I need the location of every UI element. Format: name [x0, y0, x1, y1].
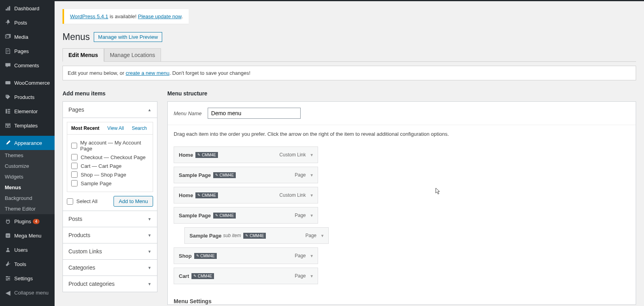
select-all[interactable]: Select All — [67, 198, 97, 205]
sidebar-item-settings[interactable]: Settings — [0, 271, 55, 285]
sidebar-item-templates[interactable]: Templates — [0, 118, 55, 133]
select-all-checkbox[interactable] — [67, 198, 73, 205]
sidebar-item-label: Settings — [14, 276, 33, 281]
sidebar-sub-widgets[interactable]: Widgets — [0, 171, 55, 182]
cmm4e-badge[interactable]: CMM4E — [213, 172, 236, 178]
sidebar-item-label: Comments — [14, 63, 39, 68]
sidebar-item-posts[interactable]: Posts — [0, 15, 55, 30]
page-checkbox[interactable] — [71, 171, 78, 178]
update-notice: WordPress 5.4.1 is available! Please upd… — [63, 9, 189, 24]
accordion-product-categories[interactable]: Product categories▼ — [63, 276, 157, 292]
cmm4e-badge[interactable]: CMM4E — [213, 213, 236, 219]
caret-down-icon: ▼ — [148, 282, 152, 286]
page-check-item[interactable]: Sample Page — [71, 179, 149, 188]
accordion-categories[interactable]: Categories▼ — [63, 259, 157, 276]
accordion-posts[interactable]: Posts▼ — [63, 211, 157, 227]
cmm4e-badge[interactable]: CMM4E — [243, 233, 266, 239]
menu-item[interactable]: HomeCMM4ECustom Link▼ — [174, 187, 318, 203]
menu-item[interactable]: Sample Pagesub itemCMM4EPage▼ — [184, 227, 329, 244]
sidebar-item-users[interactable]: Users — [0, 243, 55, 257]
cmm4e-badge[interactable]: CMM4E — [195, 152, 218, 158]
caret-down-icon: ▼ — [148, 249, 152, 254]
sidebar-sub-theme-editor[interactable]: Theme Editor — [0, 203, 55, 214]
tab-manage-locations[interactable]: Manage Locations — [104, 48, 161, 61]
page-checkbox[interactable] — [71, 180, 78, 186]
add-to-menu-button[interactable]: Add to Menu — [114, 196, 153, 207]
update-now-link[interactable]: Please update now — [138, 13, 182, 19]
pages-accordion-head[interactable]: Pages ▲ — [63, 102, 157, 118]
menu-item-title: Sample Page — [179, 213, 211, 219]
wp-version-link[interactable]: WordPress 5.4.1 — [70, 13, 108, 19]
cmm4e-badge[interactable]: CMM4E — [191, 273, 214, 279]
ptab-search[interactable]: Search — [128, 122, 151, 134]
sidebar-item-appearance[interactable]: Appearance — [0, 136, 55, 150]
sidebar-item-tools[interactable]: Tools — [0, 257, 55, 271]
sidebar-item-media[interactable]: Media — [0, 30, 55, 44]
collapse-menu[interactable]: ◀ Collapse menu — [0, 285, 55, 300]
sidebar-item-label: Posts — [14, 20, 27, 26]
tabs: Edit Menus Manage Locations — [63, 48, 636, 62]
add-menu-items-column: Add menu items Pages ▲ Most Recent View … — [63, 90, 157, 292]
sidebar-item-elementor[interactable]: Elementor — [0, 104, 55, 118]
sidebar-sub-customize[interactable]: Customize — [0, 161, 55, 171]
sidebar-sub-background[interactable]: Background — [0, 193, 55, 203]
sidebar-item-label: Media — [14, 34, 28, 40]
elementor-icon — [4, 107, 12, 115]
sidebar-sub-menus[interactable]: Menus — [0, 182, 55, 193]
cmm4e-badge[interactable]: CMM4E — [195, 192, 218, 198]
chevron-down-icon[interactable]: ▼ — [310, 153, 314, 157]
menu-item-title: Sample Page — [189, 233, 222, 239]
page-check-item[interactable]: Cart — Cart Page — [71, 162, 149, 170]
accordion-custom-links[interactable]: Custom Links▼ — [63, 243, 157, 259]
sidebar-item-label: Pages — [14, 48, 29, 54]
menu-item[interactable]: HomeCMM4ECustom Link▼ — [174, 146, 318, 163]
accordion-products[interactable]: Products▼ — [63, 227, 157, 243]
chevron-down-icon[interactable]: ▼ — [310, 254, 314, 258]
sidebar-item-mega-menu[interactable]: MMega Menu — [0, 228, 55, 243]
sidebar-item-pages[interactable]: Pages — [0, 44, 55, 58]
pages-accordion: Pages ▲ Most Recent View All Search My a… — [63, 101, 157, 211]
chevron-down-icon[interactable]: ▼ — [320, 234, 324, 238]
menu-item-type: Custom Link — [279, 192, 306, 198]
chevron-down-icon[interactable]: ▼ — [310, 274, 314, 278]
menu-item[interactable]: Sample PageCMM4EPage▼ — [174, 207, 318, 224]
svg-rect-3 — [6, 109, 7, 113]
menu-name-input[interactable] — [208, 108, 301, 119]
page-check-item[interactable]: Shop — Shop Page — [71, 170, 149, 179]
sidebar-item-woocommerce[interactable]: WooCommerce — [0, 76, 55, 90]
collapse-label: Collapse menu — [14, 290, 49, 296]
tab-edit-menus[interactable]: Edit Menus — [63, 48, 104, 62]
menu-item[interactable]: CartCMM4EPage▼ — [174, 268, 318, 284]
svg-point-10 — [6, 276, 8, 277]
menu-item[interactable]: ShopCMM4EPage▼ — [174, 247, 318, 264]
ptab-viewall[interactable]: View All — [103, 122, 128, 134]
chevron-down-icon[interactable]: ▼ — [310, 193, 314, 198]
svg-point-0 — [6, 36, 7, 36]
page-check-item[interactable]: My account — My Account Page — [71, 139, 149, 153]
templates-icon — [4, 122, 12, 129]
page-checkbox[interactable] — [71, 163, 78, 169]
create-new-menu-link[interactable]: create a new menu — [126, 70, 170, 76]
cmm4e-badge[interactable]: CMM4E — [194, 253, 217, 259]
sidebar-sub-themes[interactable]: Themes — [0, 150, 55, 161]
menu-item[interactable]: Sample PageCMM4EPage▼ — [174, 167, 318, 183]
live-preview-button[interactable]: Manage with Live Preview — [94, 32, 162, 42]
page-check-item[interactable]: Checkout — Checkout Page — [71, 153, 149, 162]
svg-point-9 — [7, 248, 9, 250]
sidebar-item-products[interactable]: Products — [0, 90, 55, 104]
menu-structure-column: Menu structure Menu Name Drag each item … — [167, 90, 636, 305]
sidebar-item-comments[interactable]: Comments — [0, 58, 55, 72]
page-checkbox[interactable] — [71, 143, 77, 149]
sidebar-item-label: Users — [14, 247, 28, 253]
sidebar-item-dashboard[interactable]: Dashboard — [0, 1, 55, 15]
chevron-down-icon[interactable]: ▼ — [310, 173, 314, 177]
page-checkbox[interactable] — [71, 154, 78, 160]
main-content: WordPress 5.4.1 is available! Please upd… — [55, 1, 644, 306]
chevron-down-icon[interactable]: ▼ — [310, 213, 314, 218]
menu-item-type: Page — [295, 273, 306, 279]
sidebar-item-label: WooCommerce — [14, 80, 50, 86]
sidebar-item-plugins[interactable]: Plugins4 — [0, 214, 55, 228]
ptab-recent[interactable]: Most Recent — [67, 122, 103, 134]
users-icon — [4, 246, 12, 254]
structure-box: Menu Name Drag each item into the order … — [167, 101, 636, 305]
